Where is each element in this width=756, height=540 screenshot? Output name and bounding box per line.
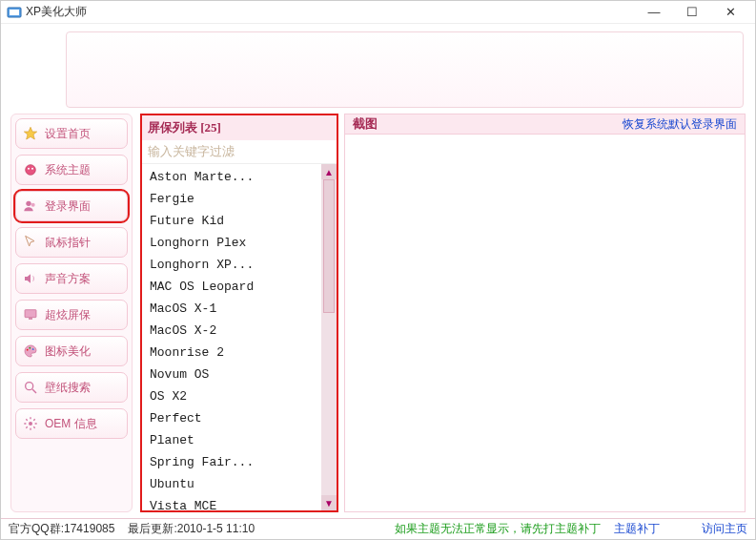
svg-point-7 [31, 203, 35, 207]
list-item[interactable]: Spring Fair... [142, 451, 321, 473]
maximize-button[interactable]: ☐ [673, 2, 711, 23]
list-item[interactable]: Perfect [142, 407, 321, 429]
qq-value: 17419085 [64, 522, 114, 535]
svg-point-11 [29, 347, 31, 349]
theme-patch-link[interactable]: 主题补丁 [614, 521, 660, 537]
sidebar-item-label: 设置首页 [45, 126, 91, 142]
sidebar-item-wallpaper[interactable]: 壁纸搜索 [15, 372, 128, 403]
list-wrap: Aston Marte...FergieFuture KidLonghorn P… [142, 164, 337, 510]
cursor-icon [22, 234, 39, 251]
palette-icon [22, 343, 39, 360]
list-item[interactable]: Vista MCE [142, 495, 321, 510]
sidebar-item-label: 登录界面 [45, 198, 91, 215]
update-label: 最后更新: [128, 522, 176, 535]
update-value: 2010-1-5 11:10 [177, 522, 255, 535]
speaker-icon [22, 270, 39, 287]
app-window: XP美化大师 — ☐ ✕ 设置首页 系统主题 登录界面 鼠标指针 [0, 0, 756, 540]
sidebar-item-sound[interactable]: 声音方案 [15, 263, 128, 294]
svg-point-6 [26, 201, 31, 206]
sidebar-item-label: 超炫屏保 [45, 307, 91, 323]
screensaver-list[interactable]: Aston Marte...FergieFuture KidLonghorn P… [142, 164, 321, 510]
filter-input[interactable] [142, 140, 337, 164]
svg-point-15 [29, 422, 32, 426]
svg-rect-8 [25, 310, 36, 318]
svg-point-5 [31, 168, 33, 170]
scroll-thumb[interactable] [323, 179, 335, 313]
sidebar-item-theme[interactable]: 系统主题 [15, 155, 128, 185]
svg-rect-1 [10, 10, 19, 15]
sidebar-item-label: 图标美化 [45, 343, 91, 360]
svg-line-14 [32, 389, 36, 393]
search-icon [22, 379, 39, 396]
main-content: 设置首页 系统主题 登录界面 鼠标指针 声音方案 超炫屏保 [1, 114, 755, 518]
list-item[interactable]: Future Kid [142, 210, 321, 232]
preview-header: 截图 恢复系统默认登录界面 [344, 114, 746, 135]
preview-area [344, 135, 746, 512]
list-item[interactable]: MacOS X-1 [142, 298, 321, 320]
homepage-link[interactable]: 访问主页 [702, 521, 747, 537]
sidebar-item-login[interactable]: 登录界面 [15, 191, 128, 221]
list-item[interactable]: OS X2 [142, 385, 321, 407]
last-update: 最后更新:2010-1-5 11:10 [128, 521, 255, 537]
statusbar: 官方QQ群:17419085 最后更新:2010-1-5 11:10 如果主题无… [1, 518, 755, 539]
window-controls: — ☐ ✕ [635, 2, 749, 23]
list-item[interactable]: Fergie [142, 188, 321, 210]
list-item[interactable]: Aston Marte... [142, 166, 321, 188]
warn-text: 如果主题无法正常显示，请先打主题补丁 [395, 521, 601, 537]
users-icon [22, 197, 39, 215]
header-banner [66, 31, 744, 108]
sidebar-item-label: 壁纸搜索 [45, 380, 91, 396]
list-item[interactable]: MAC OS Leopard [142, 276, 321, 298]
sidebar: 设置首页 系统主题 登录界面 鼠标指针 声音方案 超炫屏保 [10, 114, 133, 512]
sidebar-item-cursor[interactable]: 鼠标指针 [15, 227, 128, 258]
sidebar-item-label: OEM 信息 [45, 416, 97, 432]
window-title: XP美化大师 [26, 4, 635, 20]
svg-point-3 [26, 165, 36, 176]
sidebar-item-label: 声音方案 [45, 271, 91, 287]
svg-point-13 [26, 383, 33, 390]
scrollbar[interactable]: ▲ ▼ [321, 164, 337, 510]
minimize-button[interactable]: — [635, 2, 673, 23]
svg-point-12 [32, 348, 34, 350]
gear-icon [22, 415, 39, 432]
monkey-icon [22, 161, 39, 178]
close-button[interactable]: ✕ [711, 2, 749, 23]
scroll-down-arrow[interactable]: ▼ [321, 495, 337, 510]
preview-panel: 截图 恢复系统默认登录界面 [344, 114, 746, 512]
svg-point-10 [27, 349, 29, 351]
list-header: 屏保列表 [25] [142, 115, 337, 140]
svg-point-4 [28, 168, 30, 170]
list-item[interactable]: Longhorn Plex [142, 232, 321, 254]
list-panel: 屏保列表 [25] Aston Marte...FergieFuture Kid… [140, 114, 338, 512]
list-item[interactable]: Novum OS [142, 363, 321, 385]
list-item[interactable]: Ubuntu [142, 473, 321, 495]
sidebar-item-label: 系统主题 [45, 162, 91, 178]
svg-marker-2 [24, 127, 36, 139]
list-item[interactable]: Planet [142, 429, 321, 451]
list-item[interactable]: Longhorn XP... [142, 254, 321, 276]
qq-group: 官方QQ群:17419085 [9, 521, 114, 537]
restore-default-link[interactable]: 恢复系统默认登录界面 [623, 116, 737, 133]
monitor-icon [22, 306, 39, 323]
app-icon [7, 5, 22, 20]
qq-label: 官方QQ群: [9, 522, 64, 535]
preview-caption: 截图 [353, 115, 623, 133]
sidebar-item-label: 鼠标指针 [45, 235, 91, 251]
list-item[interactable]: MacOS X-2 [142, 320, 321, 342]
sidebar-item-screensaver[interactable]: 超炫屏保 [15, 300, 128, 330]
titlebar: XP美化大师 — ☐ ✕ [1, 1, 755, 24]
sidebar-item-home[interactable]: 设置首页 [15, 118, 128, 149]
scroll-up-arrow[interactable]: ▲ [321, 164, 337, 179]
svg-rect-9 [29, 318, 32, 319]
list-item[interactable]: Moonrise 2 [142, 342, 321, 363]
star-icon [22, 125, 39, 142]
sidebar-item-icons[interactable]: 图标美化 [15, 336, 128, 366]
sidebar-item-oem[interactable]: OEM 信息 [15, 408, 128, 439]
